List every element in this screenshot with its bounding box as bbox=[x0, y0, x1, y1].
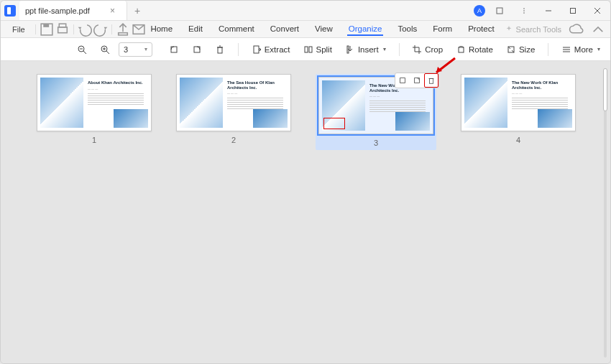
mini-rotate-left-button[interactable] bbox=[395, 73, 410, 88]
menu-convert[interactable]: Convert bbox=[269, 23, 300, 36]
page-number-label: 4 bbox=[516, 136, 520, 144]
search-placeholder: Search Tools bbox=[516, 25, 561, 34]
more-button[interactable]: More▾ bbox=[557, 42, 605, 57]
close-window-button[interactable] bbox=[587, 1, 607, 21]
svg-rect-28 bbox=[254, 46, 259, 53]
menu-protect[interactable]: Protect bbox=[467, 23, 495, 36]
menu-edit[interactable]: Edit bbox=[187, 23, 204, 36]
search-tools[interactable]: Search Tools bbox=[505, 25, 561, 34]
svg-rect-11 bbox=[43, 24, 49, 27]
main-menu: Home Edit Comment Convert View Organize … bbox=[149, 23, 495, 36]
svg-rect-31 bbox=[347, 46, 349, 53]
size-button[interactable]: Size bbox=[502, 42, 539, 57]
svg-rect-37 bbox=[400, 78, 405, 83]
kebab-menu-icon[interactable] bbox=[514, 1, 534, 21]
svg-rect-29 bbox=[305, 47, 308, 52]
svg-rect-32 bbox=[459, 47, 464, 52]
page-thumbnail-area: About Khan Architects Inc. — — — 1 The S… bbox=[1, 61, 610, 364]
split-button[interactable]: Split bbox=[299, 42, 336, 57]
undo-icon[interactable] bbox=[77, 22, 93, 37]
chevron-down-icon: ▾ bbox=[383, 46, 386, 52]
cloud-icon[interactable] bbox=[569, 22, 584, 37]
delete-page-button[interactable] bbox=[211, 42, 229, 57]
mail-icon[interactable] bbox=[131, 22, 147, 37]
print-icon[interactable] bbox=[55, 22, 70, 37]
extract-button[interactable]: Extract bbox=[247, 42, 295, 57]
page-thumbnail[interactable]: About Khan Architects Inc. — — — 1 bbox=[37, 74, 152, 150]
quickbar: File Home Edit Comment Convert View Orga… bbox=[1, 21, 610, 38]
svg-rect-7 bbox=[571, 8, 576, 13]
vertical-scrollbar[interactable] bbox=[602, 61, 609, 364]
collapse-ribbon-icon[interactable] bbox=[590, 22, 606, 37]
menu-home[interactable]: Home bbox=[149, 23, 174, 36]
close-tab-icon[interactable]: × bbox=[107, 6, 118, 16]
svg-rect-13 bbox=[59, 24, 65, 27]
svg-rect-25 bbox=[218, 47, 222, 53]
page-number-label: 1 bbox=[92, 136, 96, 144]
titlebar: ppt file-sample.pdf × + A bbox=[1, 1, 610, 21]
crop-button[interactable]: Crop bbox=[408, 42, 447, 57]
menu-form[interactable]: Form bbox=[431, 23, 454, 36]
document-tab[interactable]: ppt file-sample.pdf × bbox=[19, 1, 127, 20]
redo-icon[interactable] bbox=[93, 22, 109, 37]
chevron-down-icon: ▾ bbox=[597, 46, 600, 52]
svg-rect-14 bbox=[118, 32, 127, 34]
svg-line-20 bbox=[106, 51, 109, 54]
sparkle-icon bbox=[505, 25, 513, 34]
svg-rect-1 bbox=[7, 7, 11, 14]
menu-view[interactable]: View bbox=[313, 23, 334, 36]
page-number-input[interactable]: 3 bbox=[119, 42, 152, 57]
minimize-button[interactable] bbox=[538, 1, 559, 21]
svg-point-4 bbox=[523, 10, 525, 11]
window-share-icon[interactable] bbox=[490, 1, 510, 21]
page-number-label: 3 bbox=[374, 139, 378, 147]
save-icon[interactable] bbox=[39, 22, 55, 37]
menu-organize[interactable]: Organize bbox=[347, 23, 384, 36]
rotate-button[interactable]: Rotate bbox=[451, 42, 497, 57]
tab-title: ppt file-sample.pdf bbox=[25, 6, 90, 15]
file-menu[interactable]: File bbox=[5, 25, 32, 34]
menu-tools[interactable]: Tools bbox=[396, 23, 418, 36]
svg-line-17 bbox=[83, 51, 86, 54]
maximize-button[interactable] bbox=[563, 1, 583, 21]
upload-icon[interactable] bbox=[115, 22, 131, 37]
zoom-in-button[interactable] bbox=[96, 42, 114, 57]
callout-arrow bbox=[431, 57, 456, 80]
page-thumbnail[interactable]: The New Work Of Klan Architects Inc. — —… bbox=[316, 74, 436, 150]
page-number-label: 2 bbox=[231, 136, 236, 144]
rotate-right-button[interactable] bbox=[188, 42, 206, 57]
user-avatar[interactable]: A bbox=[474, 5, 485, 17]
insert-button[interactable]: Insert▾ bbox=[341, 42, 390, 57]
svg-point-3 bbox=[523, 8, 525, 9]
svg-point-5 bbox=[523, 12, 525, 14]
highlight-box bbox=[323, 118, 345, 129]
mini-rotate-right-button[interactable] bbox=[410, 73, 424, 88]
page-thumbnail[interactable]: The New Work Of Klan Architects Inc. — —… bbox=[461, 74, 576, 150]
new-tab-button[interactable]: + bbox=[127, 1, 147, 20]
zoom-out-button[interactable] bbox=[73, 42, 91, 57]
svg-rect-2 bbox=[497, 8, 502, 14]
rotate-left-button[interactable] bbox=[165, 42, 183, 57]
page-thumbnail[interactable]: The Sea House Of Klan Architects Inc. — … bbox=[176, 74, 291, 150]
slide-title: The New Work Of Klan Architects Inc. bbox=[512, 80, 568, 90]
menu-comment[interactable]: Comment bbox=[217, 23, 256, 36]
app-icon bbox=[1, 1, 19, 20]
svg-rect-12 bbox=[58, 27, 67, 32]
slide-title: About Khan Architects Inc. bbox=[88, 80, 144, 85]
scrollbar-handle[interactable] bbox=[603, 68, 607, 111]
organize-toolbar: 3 Extract Split Insert▾ Crop Rotate Size… bbox=[1, 38, 610, 61]
slide-title: The Sea House Of Klan Architects Inc. bbox=[227, 80, 283, 90]
svg-rect-30 bbox=[309, 47, 312, 52]
